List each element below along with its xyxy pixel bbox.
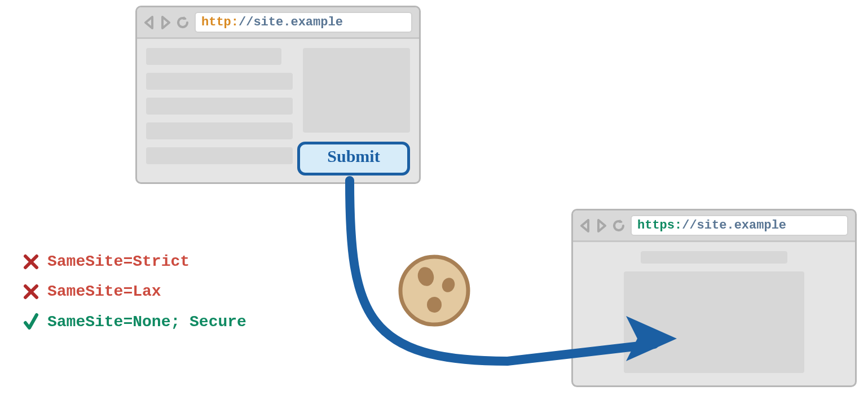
page-content: Submit — [137, 39, 419, 186]
reload-icon — [611, 218, 626, 233]
svg-point-0 — [400, 257, 468, 324]
url-scheme: https: — [637, 218, 682, 232]
legend-row: SameSite=Strict — [23, 253, 246, 270]
browser-toolbar: https://site.example — [573, 210, 855, 242]
content-line — [146, 122, 293, 139]
reload-icon — [175, 15, 190, 30]
svg-point-3 — [427, 297, 442, 313]
cookie-icon — [395, 251, 474, 330]
address-bar: http://site.example — [195, 12, 412, 33]
forward-icon — [596, 219, 607, 232]
url-scheme: http: — [201, 15, 239, 29]
submit-button[interactable]: Submit — [297, 142, 410, 176]
browser-toolbar: http://site.example — [137, 7, 419, 39]
x-icon — [23, 284, 39, 300]
legend-label: SameSite=Strict — [47, 253, 190, 270]
legend-row: SameSite=Lax — [23, 283, 246, 300]
samesite-legend: SameSite=StrictSameSite=LaxSameSite=None… — [23, 253, 246, 343]
legend-label: SameSite=Lax — [47, 283, 161, 300]
url-host: //site.example — [682, 218, 786, 232]
back-icon — [144, 16, 155, 29]
back-icon — [580, 219, 591, 232]
image-placeholder — [303, 48, 410, 133]
content-body — [624, 271, 804, 373]
check-icon — [23, 313, 39, 331]
content-line — [146, 73, 293, 90]
browser-target: https://site.example — [571, 209, 857, 387]
url-host: //site.example — [239, 15, 343, 29]
address-bar: https://site.example — [631, 215, 848, 236]
content-heading — [641, 251, 787, 264]
browser-source: http://site.example Submit — [135, 6, 421, 184]
content-line — [146, 98, 293, 115]
legend-label: SameSite=None; Secure — [47, 313, 246, 331]
diagram-stage: http://site.example Submit https://site.… — [0, 0, 868, 408]
content-line — [146, 48, 281, 65]
page-content — [573, 242, 855, 389]
content-line — [146, 147, 293, 164]
x-icon — [23, 254, 39, 270]
forward-icon — [160, 16, 171, 29]
legend-row: SameSite=None; Secure — [23, 313, 246, 331]
